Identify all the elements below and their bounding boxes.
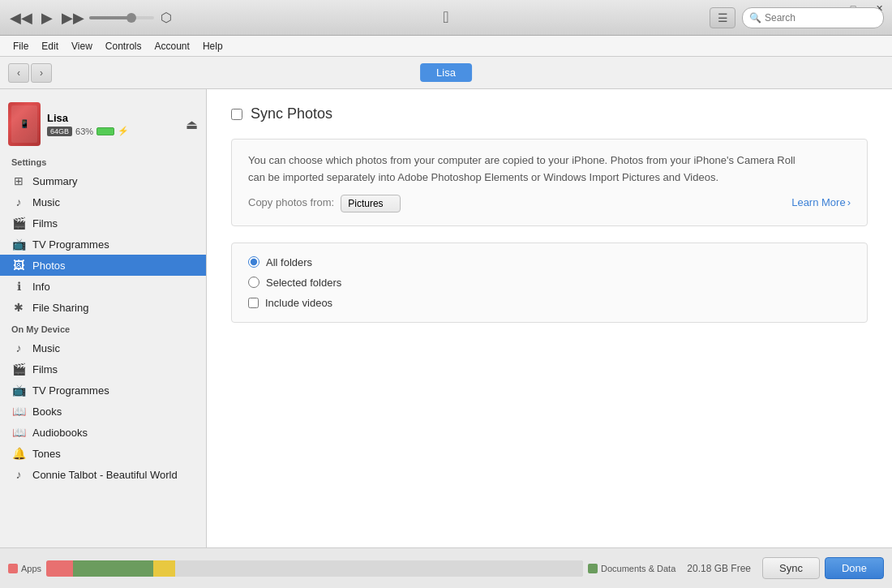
sidebar-item-music2[interactable]: ♪ Music — [0, 337, 206, 358]
airplay-button[interactable]: ⬡ — [161, 10, 172, 25]
storage-bar — [46, 560, 583, 577]
photos-icon: 🖼 — [11, 259, 26, 272]
films-icon: 🎬 — [11, 217, 26, 230]
audiobooks-icon: 📖 — [11, 426, 26, 439]
info-icon: ℹ — [11, 280, 26, 293]
sidebar-item-books[interactable]: 📖 Books — [0, 401, 206, 422]
selected-folders-label: Selected folders — [266, 277, 341, 289]
selected-folders-row: Selected folders — [248, 277, 851, 289]
menu-controls[interactable]: Controls — [99, 38, 148, 54]
volume-thumb — [127, 13, 136, 23]
learn-more-text: Learn More — [791, 195, 845, 212]
music-icon: ♪ — [11, 195, 26, 208]
options-box: All folders Selected folders Include vid… — [231, 242, 868, 323]
bottom-bar: Apps Documents & Data 20.18 GB Free Sync… — [0, 547, 892, 588]
done-button[interactable]: Done — [825, 557, 884, 579]
play-button[interactable]: ▶ — [36, 6, 58, 29]
fast-forward-button[interactable]: ▶▶ — [62, 6, 84, 29]
sidebar-item-audiobooks[interactable]: 📖 Audiobooks — [0, 422, 206, 443]
tv2-icon: 📺 — [11, 384, 26, 397]
sidebar-item-music[interactable]: ♪ Music — [0, 191, 206, 212]
include-videos-checkbox[interactable] — [248, 298, 259, 308]
copy-from-select[interactable]: Pictures — [341, 195, 401, 212]
copy-from-left: Copy photos from: Pictures — [248, 195, 401, 212]
storage-legend-docs: Documents & Data — [588, 564, 675, 573]
battery-icon — [96, 127, 114, 135]
selected-folders-radio[interactable] — [248, 277, 259, 288]
device-name: Lisa — [47, 112, 179, 124]
sidebar-item-label: Tones — [32, 448, 61, 460]
list-view-icon: ☰ — [718, 11, 728, 24]
sidebar-item-label: Connie Talbot - Beautiful World — [32, 469, 178, 481]
sidebar-item-label: Info — [32, 281, 50, 293]
sidebar-item-summary[interactable]: ⊞ Summary — [0, 170, 206, 191]
menu-file[interactable]: File — [6, 38, 35, 54]
rewind-button[interactable]: ◀◀ — [10, 6, 32, 29]
sidebar-item-label: Music — [32, 342, 60, 354]
sidebar-item-tv2[interactable]: 📺 TV Programmes — [0, 380, 206, 401]
on-my-device-label: On My Device — [0, 318, 206, 337]
storage-legend-apps: Apps — [8, 564, 41, 573]
charge-icon: ⚡ — [118, 126, 129, 136]
device-icon: 📱 — [8, 102, 41, 146]
device-info: Lisa 64GB 63% ⚡ — [47, 112, 179, 136]
search-input[interactable] — [765, 12, 877, 24]
sidebar-item-label: Summary — [32, 175, 78, 187]
free-storage-label: 20.18 GB Free — [687, 563, 751, 574]
menu-account[interactable]: Account — [148, 38, 196, 54]
all-folders-row: All folders — [248, 256, 851, 268]
learn-more-arrow: › — [847, 195, 851, 212]
volume-slider[interactable] — [89, 16, 154, 19]
music2-icon: ♪ — [11, 341, 26, 354]
sync-photos-checkbox[interactable] — [231, 109, 242, 120]
sidebar-item-label: Films — [32, 363, 58, 376]
storage-docs-segment — [73, 560, 153, 577]
copy-from-label: Copy photos from: — [248, 195, 334, 212]
sync-button[interactable]: Sync — [762, 557, 820, 579]
sidebar-item-tones[interactable]: 🔔 Tones — [0, 443, 206, 464]
storage-yellow-segment — [153, 560, 174, 577]
search-icon: 🔍 — [749, 12, 761, 24]
title-bar-right: ☰ 🔍 — [710, 7, 884, 28]
summary-icon: ⊞ — [11, 174, 26, 187]
apps-color-dot — [8, 564, 18, 573]
sync-header: Sync Photos — [231, 105, 868, 122]
transport-controls: ◀◀ ▶ ▶▶ — [10, 6, 84, 29]
include-videos-row: Include videos — [248, 297, 851, 309]
sidebar-item-tv[interactable]: 📺 TV Programmes — [0, 234, 206, 255]
file-sharing-icon: ✱ — [11, 301, 26, 314]
menu-help[interactable]: Help — [196, 38, 229, 54]
menu-view[interactable]: View — [65, 38, 99, 54]
docs-color-dot — [588, 564, 598, 573]
all-folders-label: All folders — [266, 256, 312, 268]
content-area: Sync Photos You can choose which photos … — [207, 89, 892, 547]
sidebar-item-photos[interactable]: 🖼 Photos — [0, 255, 206, 276]
tones-icon: 🔔 — [11, 447, 26, 460]
copy-from-row: Copy photos from: Pictures Learn More › — [248, 195, 851, 212]
docs-legend-label: Documents & Data — [601, 564, 675, 573]
sidebar-item-label: File Sharing — [32, 302, 88, 314]
back-button[interactable]: ‹ — [8, 63, 29, 83]
device-header: 📱 Lisa 64GB 63% ⚡ ⏏ — [0, 97, 206, 151]
sidebar-item-file-sharing[interactable]: ✱ File Sharing — [0, 297, 206, 318]
list-view-button[interactable]: ☰ — [710, 7, 735, 28]
device-tab-button[interactable]: Lisa — [420, 63, 472, 82]
sidebar-item-info[interactable]: ℹ Info — [0, 276, 206, 297]
device-capacity: 64GB 63% ⚡ — [47, 126, 179, 136]
include-videos-label: Include videos — [265, 297, 332, 309]
eject-button[interactable]: ⏏ — [186, 117, 198, 132]
learn-more-link[interactable]: Learn More › — [791, 195, 851, 212]
info-box: You can choose which photos from your co… — [231, 139, 868, 226]
sidebar-item-films2[interactable]: 🎬 Films — [0, 358, 206, 380]
forward-button[interactable]: › — [31, 63, 52, 83]
sidebar-item-films[interactable]: 🎬 Films — [0, 212, 206, 234]
connie-icon: ♪ — [11, 468, 26, 481]
sidebar-item-label: Films — [32, 217, 58, 230]
films2-icon: 🎬 — [11, 363, 26, 376]
info-text-1: You can choose which photos from your co… — [248, 152, 851, 170]
menu-edit[interactable]: Edit — [35, 38, 65, 54]
sidebar-item-connie[interactable]: ♪ Connie Talbot - Beautiful World — [0, 464, 206, 485]
sidebar-item-label: TV Programmes — [32, 238, 109, 251]
storage-apps-segment — [46, 560, 73, 577]
all-folders-radio[interactable] — [248, 256, 259, 268]
